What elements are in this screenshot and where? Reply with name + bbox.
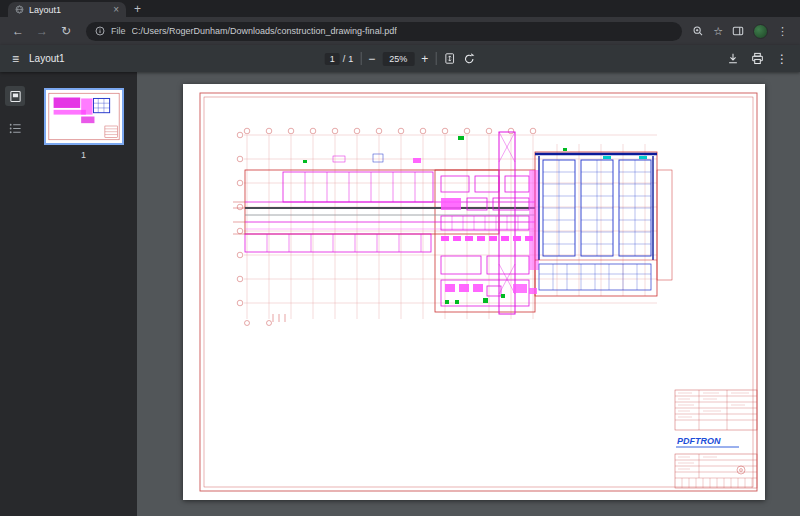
thumbnails-icon [9, 90, 22, 103]
page-total: 1 [348, 54, 353, 64]
pdf-page: PDFTRON [183, 84, 765, 500]
toolbar-divider [435, 52, 436, 65]
construction-drawing: PDFTRON [183, 84, 765, 500]
zoom-level-value: 25% [382, 52, 414, 66]
tab-favicon-globe-icon [15, 5, 24, 14]
info-icon[interactable] [95, 26, 105, 36]
thumbnail-panel: 1 [30, 72, 137, 516]
pdf-document-title: Layout1 [29, 53, 65, 64]
url-text: C:/Users/RogerDunham/Downloads/construct… [132, 26, 397, 36]
side-panel-icon[interactable] [732, 25, 744, 37]
address-bar: ← → ↻ File C:/Users/RogerDunham/Download… [0, 17, 800, 45]
pdf-more-kebab-icon[interactable]: ⋮ [776, 53, 788, 65]
pdf-viewport[interactable]: PDFTRON [137, 72, 800, 516]
pdf-content-area: 1 [0, 72, 800, 516]
back-icon[interactable]: ← [8, 21, 28, 41]
omnibox[interactable]: File C:/Users/RogerDunham/Downloads/cons… [86, 22, 682, 41]
zoom-out-icon[interactable]: − [368, 53, 375, 65]
forward-icon[interactable]: → [32, 21, 52, 41]
download-icon[interactable] [727, 52, 739, 65]
bookmark-star-icon[interactable]: ☆ [713, 26, 723, 37]
profile-avatar[interactable] [753, 24, 768, 39]
tab-close-icon[interactable]: × [113, 5, 119, 15]
page-separator: / [343, 54, 346, 64]
zoom-in-icon[interactable]: + [421, 53, 428, 65]
toolbar-divider [360, 52, 361, 65]
pdf-menu-icon[interactable]: ≡ [12, 53, 19, 65]
thumbnails-panel-button[interactable] [5, 86, 25, 106]
page-thumbnail[interactable] [44, 88, 124, 145]
page-thumbnail-preview [46, 90, 122, 143]
document-outline-button[interactable] [5, 118, 25, 138]
rotate-icon[interactable] [462, 52, 475, 65]
pdf-toolbar: ≡ Layout1 1 / 1 − 25% + ⋮ [0, 45, 800, 72]
tab-title: Layout1 [29, 5, 108, 15]
fit-page-icon[interactable] [443, 52, 455, 65]
pdf-toolbar-center: 1 / 1 − 25% + [325, 52, 476, 66]
pdf-toolbar-right: ⋮ [727, 52, 788, 65]
page-number-input[interactable]: 1 [325, 53, 340, 65]
new-tab-button[interactable]: + [126, 2, 149, 17]
thumbnail-page-number: 1 [81, 150, 86, 160]
tab-strip: Layout1 × + [0, 0, 800, 17]
address-bar-actions: ☆ ⋮ [692, 24, 792, 39]
reload-icon[interactable]: ↻ [56, 21, 76, 41]
print-icon[interactable] [751, 52, 764, 65]
browser-tab[interactable]: Layout1 × [8, 2, 126, 17]
url-scheme-label: File [111, 26, 126, 36]
outline-icon [9, 122, 22, 135]
pdf-sidebar: 1 [0, 72, 137, 516]
browser-menu-kebab-icon[interactable]: ⋮ [777, 26, 788, 37]
page-indicator: 1 / 1 [325, 53, 354, 65]
sidebar-icon-strip [0, 72, 30, 516]
zoom-icon[interactable] [692, 25, 704, 37]
titleblock-logo: PDFTRON [677, 436, 721, 446]
